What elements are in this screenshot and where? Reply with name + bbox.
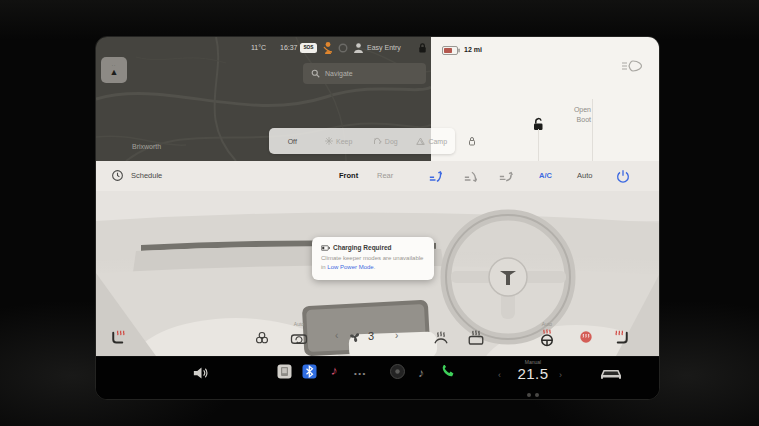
temp-down-button[interactable]: ‹ xyxy=(498,370,501,380)
steering-wheel-heater-icon[interactable] xyxy=(538,329,556,347)
tab-rear[interactable]: Rear xyxy=(377,171,393,180)
keeper-camp-label: Camp xyxy=(428,138,447,145)
notification-body: Climate keeper modes are unavailable in … xyxy=(321,254,425,273)
door-seam xyxy=(538,129,539,161)
airflow-feet-icon[interactable] xyxy=(462,168,479,185)
heated-seat-indicator-icon[interactable] xyxy=(578,329,594,345)
map-orientation-button[interactable]: ·· ▲ xyxy=(101,57,127,83)
power-icon[interactable] xyxy=(615,168,631,184)
ac-button[interactable]: A/C xyxy=(539,171,552,180)
auto-button[interactable]: Auto xyxy=(577,171,592,180)
temp-up-button[interactable]: › xyxy=(559,370,562,380)
north-arrow-icon: ▲ xyxy=(110,68,119,77)
more-apps-button[interactable]: ••• xyxy=(354,369,367,378)
temp-value: 21.5 xyxy=(509,365,557,382)
front-defrost-icon[interactable] xyxy=(432,329,450,347)
status-indicator-icon xyxy=(338,43,348,53)
navigate-search-field[interactable]: Navigate xyxy=(303,63,426,84)
schedule-button[interactable]: Schedule xyxy=(131,171,162,180)
dashboard-bezel: 11°C 16:37 SOS Easy Entry ·· ▲ xyxy=(0,0,759,426)
cabin-temperature-control[interactable]: Manual 21.5 xyxy=(509,359,557,400)
sos-badge[interactable]: SOS xyxy=(300,43,317,53)
schedule-clock-icon xyxy=(111,169,124,182)
driver-profile-button[interactable]: Easy Entry xyxy=(367,44,401,51)
rear-defrost-icon[interactable] xyxy=(467,329,485,347)
fan-speed-value: 3 xyxy=(368,330,374,342)
battery-range: 12 mi xyxy=(464,46,482,53)
driver-profile-icon xyxy=(353,42,364,54)
tent-icon xyxy=(416,137,425,145)
airflow-face-icon[interactable] xyxy=(427,168,444,185)
keeper-option-dog[interactable]: Dog xyxy=(362,137,409,145)
tab-front[interactable]: Front xyxy=(339,171,358,180)
open-boot-line2: Boot xyxy=(546,115,591,125)
airbag-warning-icon xyxy=(322,41,334,55)
keeper-off-label: Off xyxy=(288,138,297,145)
passenger-seat-heater-icon[interactable] xyxy=(614,329,632,347)
tesla-touchscreen: 11°C 16:37 SOS Easy Entry ·· ▲ xyxy=(95,36,660,400)
recirculation-mode-label: Auto xyxy=(288,321,310,327)
charging-required-card[interactable]: Charging Required Climate keeper modes a… xyxy=(312,237,434,280)
bluetooth-icon[interactable] xyxy=(302,364,317,379)
search-icon xyxy=(311,69,320,78)
app-icon-1[interactable] xyxy=(277,364,292,379)
volume-icon[interactable] xyxy=(193,366,210,380)
keeper-option-keep[interactable]: Keep xyxy=(316,137,363,145)
open-boot-line1: Open xyxy=(546,105,591,115)
driver-seat-heater-icon[interactable] xyxy=(108,329,126,347)
keeper-option-camp[interactable]: Camp xyxy=(409,137,456,145)
phone-icon[interactable] xyxy=(440,365,455,380)
battery-icon xyxy=(442,46,460,55)
charge-port-lock-icon xyxy=(468,136,476,146)
lock-icon[interactable] xyxy=(417,42,428,54)
climate-keeper-segment: Off Keep Dog Camp xyxy=(269,128,455,154)
notification-title: Charging Required xyxy=(333,244,392,251)
launcher-bar: ♪ ••• ♪ ‹ Manual 21.5 › xyxy=(96,356,660,400)
navigate-placeholder: Navigate xyxy=(325,70,353,77)
dog-icon xyxy=(373,137,382,145)
recirculation-icon[interactable] xyxy=(290,330,308,346)
airflow-mix-icon[interactable] xyxy=(497,168,514,185)
battery-alert-icon xyxy=(321,245,330,251)
music-note-icon[interactable]: ♪ xyxy=(418,366,424,380)
notification-title-row: Charging Required xyxy=(321,244,425,251)
low-power-mode-link[interactable]: Low Power Mode xyxy=(327,264,373,270)
door-seam xyxy=(592,99,593,161)
sos-label: SOS xyxy=(303,45,313,50)
vehicle-status-panel: 12 mi Open Boot xyxy=(431,37,660,161)
clock-time: 16:37 xyxy=(280,44,298,51)
fan-speed-down-button[interactable]: ‹ xyxy=(335,330,338,341)
keeper-option-off[interactable]: Off xyxy=(269,138,316,145)
headlight-icon[interactable] xyxy=(621,59,643,73)
bioweapon-defense-icon[interactable] xyxy=(254,330,270,346)
bezel-top-shade xyxy=(0,0,759,40)
open-boot-button[interactable]: Open Boot xyxy=(546,105,591,125)
temp-sub-indicators xyxy=(509,383,557,400)
fan-icon xyxy=(347,329,363,345)
car-icon[interactable] xyxy=(598,366,624,382)
app-icon-2[interactable] xyxy=(390,364,405,379)
notification-suffix: . xyxy=(374,264,376,270)
map-place-label: Brixworth xyxy=(132,143,161,150)
outside-temperature: 11°C xyxy=(251,44,266,51)
keeper-dog-label: Dog xyxy=(385,138,398,145)
media-app-icon[interactable]: ♪ xyxy=(330,363,339,379)
fan-speed-up-button[interactable]: › xyxy=(395,330,398,341)
steering-heat-mode-label: Auto xyxy=(536,321,558,327)
snowflake-icon xyxy=(325,137,333,145)
keeper-keep-label: Keep xyxy=(336,138,352,145)
